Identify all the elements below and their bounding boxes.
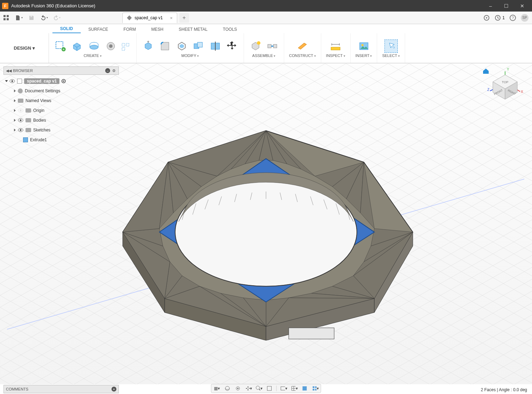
viewport-single-button[interactable] xyxy=(301,385,308,392)
tab-close-button[interactable]: × xyxy=(170,15,173,21)
expand-icon[interactable] xyxy=(5,80,8,82)
pattern-button[interactable] xyxy=(121,42,131,53)
ribbon-tab-solid[interactable]: SOLID xyxy=(52,25,81,33)
undo-button[interactable]: ▾ xyxy=(38,12,50,23)
clock-icon xyxy=(495,15,501,21)
fit-button[interactable] xyxy=(266,385,273,392)
measure-button[interactable] xyxy=(329,40,342,53)
title-bar: F Autodesk Fusion 360 (Education License… xyxy=(0,0,532,12)
expand-icon[interactable] xyxy=(14,89,16,92)
ribbon-tab-sheetmetal[interactable]: SHEET METAL xyxy=(171,26,215,33)
svg-rect-82 xyxy=(281,387,285,390)
browser-header[interactable]: ◀◀BROWSER ⚙ xyxy=(3,66,119,75)
shell-button[interactable] xyxy=(175,40,188,53)
orbit-menu-button[interactable]: ▦▾ xyxy=(214,385,221,392)
svg-line-80 xyxy=(259,389,260,391)
visibility-toggle[interactable] xyxy=(9,79,15,83)
svg-rect-1 xyxy=(7,15,9,17)
model-view[interactable] xyxy=(95,116,437,340)
grid-settings-button[interactable]: ▾ xyxy=(291,385,298,392)
expand-icon[interactable] xyxy=(14,129,16,131)
ribbon-tab-surface[interactable]: SURFACE xyxy=(81,26,116,33)
construct-plane-button[interactable] xyxy=(296,40,309,53)
orbit-button[interactable] xyxy=(224,385,231,392)
insert-decal-button[interactable] xyxy=(357,40,371,53)
ribbon-group-label[interactable]: MODIFY xyxy=(181,53,199,58)
tree-item-bodies[interactable]: Bodies xyxy=(3,115,119,125)
save-button[interactable] xyxy=(26,12,37,23)
svg-rect-5 xyxy=(127,15,132,20)
ribbon-tab-mesh[interactable]: MESH xyxy=(144,26,171,33)
visibility-toggle[interactable] xyxy=(18,108,23,113)
combine-button[interactable] xyxy=(192,40,205,53)
svg-text:X: X xyxy=(521,90,523,94)
hole-button[interactable] xyxy=(104,40,117,53)
fillet-button[interactable] xyxy=(158,40,172,53)
close-button[interactable]: ✕ xyxy=(514,0,530,12)
minimize-button[interactable]: – xyxy=(483,0,498,12)
ribbon-group-label[interactable]: SELECT xyxy=(382,53,400,58)
expand-icon[interactable] xyxy=(14,109,16,112)
split-button[interactable] xyxy=(209,40,222,53)
move-button[interactable] xyxy=(225,40,239,53)
redo-button[interactable]: ▾ xyxy=(51,12,62,23)
tree-root[interactable]: spaced_cap v1 xyxy=(3,76,119,86)
svg-point-79 xyxy=(256,386,260,389)
ribbon-group-label[interactable]: ASSEMBLE xyxy=(252,53,276,58)
pan-button[interactable]: ▾ xyxy=(245,385,252,392)
create-sketch-button[interactable]: + xyxy=(54,40,67,53)
ribbon-group-construct: CONSTRUCT xyxy=(284,33,321,63)
activate-radio[interactable] xyxy=(62,79,66,83)
svg-text:Y: Y xyxy=(507,68,509,71)
browser-settings-button[interactable]: ⚙ xyxy=(112,69,116,73)
tree-item-sketches[interactable]: Sketches xyxy=(3,125,119,135)
ribbon-group-label[interactable]: CONSTRUCT xyxy=(289,53,316,58)
zoom-button[interactable]: ▾ xyxy=(256,385,263,392)
svg-rect-19 xyxy=(122,48,125,50)
folder-icon xyxy=(18,99,23,103)
ribbon-group-label[interactable]: CREATE xyxy=(84,53,101,58)
visibility-toggle[interactable] xyxy=(18,128,23,132)
ribbon-tab-tools[interactable]: TOOLS xyxy=(215,26,245,33)
svg-point-14 xyxy=(90,45,98,49)
svg-point-69 xyxy=(12,80,13,82)
data-panel-button[interactable] xyxy=(1,12,12,23)
help-icon[interactable]: ? xyxy=(510,15,516,21)
document-tab[interactable]: spaced_cap v1 × xyxy=(122,13,177,23)
svg-rect-28 xyxy=(331,47,340,50)
look-at-button[interactable] xyxy=(235,385,242,392)
visibility-toggle[interactable] xyxy=(18,118,23,122)
press-pull-button[interactable] xyxy=(142,40,155,53)
select-button[interactable] xyxy=(384,40,398,53)
tree-item-document-settings[interactable]: Document Settings xyxy=(3,86,119,96)
expand-icon[interactable] xyxy=(14,119,16,122)
ribbon-group-label[interactable]: INSERT xyxy=(355,53,372,58)
display-settings-button[interactable]: ▾ xyxy=(280,385,287,392)
workspace-selector[interactable]: DESIGN ▾ xyxy=(0,33,49,63)
svg-rect-2 xyxy=(3,18,6,20)
new-component-button[interactable] xyxy=(249,40,262,53)
viewport-multi-button[interactable]: ▾ xyxy=(312,385,319,392)
svg-rect-26 xyxy=(273,44,277,48)
ribbon-tab-form[interactable]: FORM xyxy=(116,26,143,33)
expand-icon[interactable] xyxy=(14,99,16,102)
extrude-button[interactable] xyxy=(71,40,84,53)
job-status-button[interactable]: 1 xyxy=(495,15,505,21)
comments-panel-header[interactable]: COMMENTS xyxy=(3,385,119,393)
joint-button[interactable] xyxy=(266,40,279,53)
home-icon[interactable] xyxy=(482,68,489,74)
timeline-feature-extrude[interactable]: Extrude1 xyxy=(3,135,119,145)
file-menu-button[interactable]: ▾ xyxy=(13,12,24,23)
revolve-button[interactable] xyxy=(87,40,101,53)
maximize-button[interactable]: ☐ xyxy=(498,0,514,12)
tree-item-named-views[interactable]: Named Views xyxy=(3,96,119,106)
viewcube[interactable]: Y X Z TOP FRONT RIGHT xyxy=(486,68,524,104)
comments-expand-button[interactable] xyxy=(112,387,116,392)
extensions-icon[interactable] xyxy=(483,15,490,21)
ribbon-group-label[interactable]: INSPECT xyxy=(326,53,345,58)
user-avatar[interactable]: SP xyxy=(521,14,529,22)
component-icon xyxy=(127,15,132,20)
new-tab-button[interactable]: + xyxy=(179,13,189,23)
browser-collapse-button[interactable] xyxy=(105,68,110,73)
tree-item-origin[interactable]: Origin xyxy=(3,106,119,115)
